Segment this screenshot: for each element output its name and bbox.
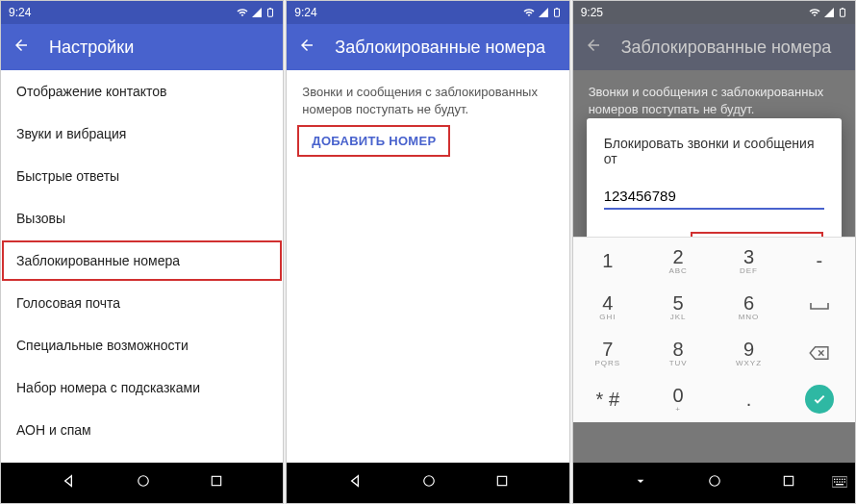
nav-recent-icon[interactable] [495, 474, 509, 491]
keypad-key-8[interactable]: 8TUV [643, 330, 714, 376]
keypad-key-7[interactable]: 7PQRS [573, 330, 643, 376]
svg-point-6 [424, 476, 435, 487]
status-time: 9:25 [581, 6, 603, 19]
nav-home-icon[interactable] [422, 474, 436, 491]
svg-rect-19 [844, 479, 845, 480]
keypad-space-button[interactable] [785, 284, 855, 330]
back-icon[interactable] [13, 37, 30, 58]
svg-point-2 [138, 476, 148, 487]
app-bar: Заблокированные номера [287, 24, 568, 70]
status-time: 9:24 [294, 6, 316, 19]
svg-rect-15 [834, 479, 835, 480]
item-voicemail[interactable]: Голосовая почта [1, 282, 283, 324]
svg-rect-24 [844, 481, 845, 482]
svg-rect-4 [554, 9, 559, 16]
blocked-content: Звонки и сообщения с заблокированных ном… [287, 70, 568, 463]
dialog-title: Блокировать звонки и сообщения от [604, 136, 824, 166]
keypad-key-6[interactable]: 6MNO [714, 284, 784, 330]
keypad-backspace-button[interactable] [785, 330, 855, 376]
app-bar-dimmed: Заблокированные номера [573, 24, 855, 70]
status-time: 9:24 [9, 6, 31, 19]
status-icons [523, 6, 562, 19]
item-caller-id-spam[interactable]: АОН и спам [1, 409, 283, 451]
svg-point-12 [710, 476, 720, 487]
nav-back-icon[interactable] [347, 473, 363, 492]
svg-rect-7 [498, 476, 507, 485]
phone-screen-settings: 9:24 Настройки Отображение контактов Зву… [0, 0, 284, 504]
item-quick-replies[interactable]: Быстрые ответы [1, 155, 283, 197]
keypad-key-0[interactable]: 0+ [643, 376, 714, 422]
app-bar: Настройки [1, 24, 283, 70]
item-nearby-places[interactable]: Места рядом [1, 451, 283, 463]
phone-number-input[interactable] [604, 184, 824, 210]
nav-recent-icon[interactable] [210, 474, 223, 491]
keypad-confirm-button[interactable] [785, 376, 855, 422]
svg-rect-21 [837, 481, 838, 482]
svg-rect-20 [834, 481, 835, 482]
item-sounds[interactable]: Звуки и вибрация [1, 113, 283, 155]
keypad-key-2[interactable]: 2ABC [643, 238, 714, 284]
keypad-key-5[interactable]: 5JKL [643, 284, 714, 330]
svg-rect-0 [268, 9, 273, 16]
nav-home-icon[interactable] [708, 474, 721, 491]
status-bar: 9:25 [573, 1, 855, 24]
numeric-keypad: 12ABC3DEF-4GHI5JKL6MNO7PQRS8TUV9WXYZ* #0… [573, 237, 855, 422]
svg-rect-25 [836, 484, 843, 485]
phone-screen-blocked-list: 9:24 Заблокированные номера Звонки и соо… [286, 0, 569, 504]
back-icon[interactable] [298, 37, 315, 58]
settings-list: Отображение контактов Звуки и вибрация Б… [1, 70, 283, 463]
svg-rect-23 [842, 481, 843, 482]
nav-back-icon[interactable] [61, 473, 76, 492]
keypad-key-3[interactable]: 3DEF [714, 238, 784, 284]
nav-home-icon[interactable] [137, 474, 150, 491]
item-calls[interactable]: Вызовы [1, 197, 283, 239]
nav-back-dropdown-icon[interactable] [633, 473, 648, 492]
info-text: Звонки и сообщения с заблокированных ном… [287, 70, 568, 124]
status-bar: 9:24 [1, 1, 283, 24]
add-number-button[interactable]: ДОБАВИТЬ НОМЕР [296, 124, 451, 158]
page-title-dimmed: Заблокированные номера [621, 38, 832, 58]
svg-rect-3 [212, 476, 220, 485]
keypad-key-4[interactable]: 4GHI [573, 284, 643, 330]
status-icons [237, 6, 275, 19]
keypad-key-sym[interactable]: . [714, 376, 784, 422]
phone-screen-block-dialog: 9:25 Заблокированные номера Звонки и соо… [572, 0, 856, 504]
keypad-key-sym[interactable]: * # [573, 376, 643, 422]
page-title: Заблокированные номера [335, 38, 545, 58]
nav-bar [287, 463, 568, 503]
keypad-key-9[interactable]: 9WXYZ [714, 330, 784, 376]
keypad-key-sym[interactable]: - [785, 238, 855, 284]
dialog-screen: Заблокированные номера Звонки и сообщени… [573, 24, 855, 463]
page-title: Настройки [49, 38, 134, 58]
nav-recent-icon[interactable] [782, 474, 795, 491]
status-bar: 9:24 [287, 1, 568, 24]
keyboard-icon[interactable] [832, 474, 847, 491]
nav-bar [1, 463, 283, 503]
back-icon [585, 37, 602, 58]
svg-rect-13 [784, 476, 793, 485]
item-accessibility[interactable]: Специальные возможности [1, 324, 283, 366]
svg-rect-18 [842, 479, 843, 480]
svg-rect-8 [840, 9, 844, 16]
item-dial-suggestions[interactable]: Набор номера с подсказками [1, 366, 283, 409]
keypad-key-1[interactable]: 1 [573, 238, 643, 284]
info-text-dimmed: Звонки и сообщения с заблокированных ном… [573, 70, 855, 124]
item-blocked-numbers[interactable]: Заблокированные номера [1, 239, 283, 282]
svg-rect-22 [839, 481, 840, 482]
svg-rect-17 [839, 479, 840, 480]
nav-bar [573, 463, 855, 503]
status-icons [809, 6, 847, 19]
svg-rect-16 [837, 479, 838, 480]
item-contacts-display[interactable]: Отображение контактов [1, 70, 283, 113]
